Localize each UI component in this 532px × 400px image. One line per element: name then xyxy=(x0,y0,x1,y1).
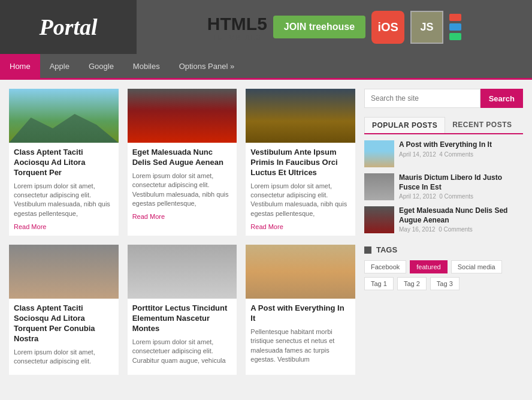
post-title: A Post with Everything In It xyxy=(250,303,350,324)
tags-icon xyxy=(364,246,371,254)
popular-post-meta: May 16, 2012 0 Comments xyxy=(399,226,523,233)
main-container: Class Aptent Taciti Aociosqu Ad Litora T… xyxy=(0,80,532,384)
popular-post-info: A Post with Everything In It April 14, 2… xyxy=(399,140,523,158)
popular-post-info: Eget Malesuada Nunc Delis Sed Augue Aene… xyxy=(399,206,523,233)
nav-item-apple[interactable]: Apple xyxy=(40,54,79,78)
post-thumbnail xyxy=(9,89,119,143)
tag-item-tag2[interactable]: Tag 2 xyxy=(397,277,427,290)
popular-post-title: A Post with Everything In It xyxy=(399,140,523,150)
post-excerpt: Lorem ipsum dolor sit amet, consectetur … xyxy=(250,182,350,219)
read-more-link[interactable]: Read More xyxy=(250,223,283,230)
nav: Home Apple Google Mobiles Options Panel … xyxy=(0,54,532,78)
sidebar: Search POPULAR POSTS RECENT POSTS A Post… xyxy=(364,89,523,375)
popular-post-info: Mauris Dictum Libero Id Justo Fusce In E… xyxy=(399,173,523,200)
tag-item-social-media[interactable]: Social media xyxy=(451,260,502,273)
post-card-body: Porttitor Lectus Tincidunt Elementum Nas… xyxy=(128,299,237,374)
post-thumbnail xyxy=(246,89,355,143)
tag-item-featured[interactable]: featured xyxy=(410,260,447,273)
popular-post-item: Eget Malesuada Nunc Delis Sed Augue Aene… xyxy=(364,206,523,233)
house-icons xyxy=(449,14,461,40)
banner-content: HTML5 TUTORIALS JOIN treehouse iOS JS xyxy=(207,11,461,44)
post-excerpt: Lorem ipsum dolor sit amet, consectetur … xyxy=(132,172,232,209)
tag-item-tag1[interactable]: Tag 1 xyxy=(364,277,394,290)
post-excerpt: Lorem ipsum dolor sit amet, consectetuer… xyxy=(132,338,232,365)
post-title: Class Aptent Taciti Aociosqu Ad Litora T… xyxy=(14,148,114,178)
read-more-link[interactable]: Read More xyxy=(14,223,46,230)
tag-item-tag3[interactable]: Tag 3 xyxy=(430,277,460,290)
read-more-link[interactable]: Read More xyxy=(132,213,165,220)
popular-post-thumbnail xyxy=(364,173,394,200)
post-excerpt: Pellentesque habitant morbi tristique se… xyxy=(250,327,350,365)
html5-text: HTML5 TUTORIALS xyxy=(207,14,267,41)
popular-post-title: Eget Malesuada Nunc Delis Sed Augue Aene… xyxy=(399,206,523,225)
search-box: Search xyxy=(364,89,523,108)
post-card-body: Class Aptent Taciti Aociosqu Ad Litora T… xyxy=(9,143,119,236)
logo-area: Portal xyxy=(0,0,137,54)
post-excerpt: Lorem ipsum dolor sit amet, consectetur … xyxy=(14,348,114,366)
post-thumbnail xyxy=(128,89,237,143)
popular-post-title: Mauris Dictum Libero Id Justo Fusce In E… xyxy=(399,173,523,192)
tag-item-facebook[interactable]: Facebook xyxy=(364,260,406,273)
post-card-body: Class Aptent Taciti Sociosqu Ad Litora T… xyxy=(9,299,119,374)
post-card: Class Aptent Taciti Aociosqu Ad Litora T… xyxy=(9,89,119,236)
popular-post-meta: April 12, 2012 0 Comments xyxy=(399,193,523,200)
post-title: Porttitor Lectus Tincidunt Elementum Nas… xyxy=(132,303,232,334)
nav-item-google[interactable]: Google xyxy=(79,54,123,78)
popular-post-thumbnail xyxy=(364,140,394,167)
post-card: Class Aptent Taciti Sociosqu Ad Litora T… xyxy=(9,245,119,374)
ios-badge: iOS xyxy=(371,11,404,44)
post-card: A Post with Everything In It Pellentesqu… xyxy=(246,245,355,374)
post-excerpt: Lorem ipsum dolor sit amet, consectetur … xyxy=(14,182,114,219)
post-card: Vestibulum Ante Ipsum Primis In Faucibus… xyxy=(246,89,355,236)
nav-item-mobiles[interactable]: Mobiles xyxy=(123,54,170,78)
popular-posts-list: A Post with Everything In It April 14, 2… xyxy=(364,140,523,233)
post-title: Eget Malesuada Nunc Delis Sed Augue Aene… xyxy=(132,148,232,168)
tags-header: TAGS xyxy=(364,245,523,254)
search-input[interactable] xyxy=(364,89,480,108)
post-thumbnail xyxy=(128,245,237,299)
post-title: Vestibulum Ante Ipsum Primis In Faucibus… xyxy=(250,148,350,178)
post-thumbnail xyxy=(246,245,355,299)
tags-list: Facebook featured Social media Tag 1 Tag… xyxy=(364,260,523,290)
popular-post-item: Mauris Dictum Libero Id Justo Fusce In E… xyxy=(364,173,523,200)
content-area: Class Aptent Taciti Aociosqu Ad Litora T… xyxy=(9,89,355,375)
join-button[interactable]: JOIN treehouse xyxy=(273,16,365,38)
popular-post-meta: April 14, 2012 4 Comments xyxy=(399,151,523,158)
post-title: Class Aptent Taciti Sociosqu Ad Litora T… xyxy=(14,303,114,344)
posts-grid: Class Aptent Taciti Aociosqu Ad Litora T… xyxy=(9,89,355,375)
search-button[interactable]: Search xyxy=(480,89,523,108)
post-card: Eget Malesuada Nunc Delis Sed Augue Aene… xyxy=(128,89,237,236)
tab-popular-posts[interactable]: POPULAR POSTS xyxy=(364,117,445,133)
nav-item-options[interactable]: Options Panel » xyxy=(170,54,244,78)
banner-area: HTML5 TUTORIALS JOIN treehouse iOS JS xyxy=(137,0,532,54)
site-logo: Portal xyxy=(39,14,97,40)
popular-post-item: A Post with Everything In It April 14, 2… xyxy=(364,140,523,167)
js-badge: JS xyxy=(410,11,443,44)
post-card-body: Eget Malesuada Nunc Delis Sed Augue Aene… xyxy=(128,143,237,225)
popular-post-thumbnail xyxy=(364,206,394,233)
post-card-body: A Post with Everything In It Pellentesqu… xyxy=(246,299,355,372)
post-card-body: Vestibulum Ante Ipsum Primis In Faucibus… xyxy=(246,143,355,236)
nav-item-home[interactable]: Home xyxy=(0,54,40,78)
post-thumbnail xyxy=(9,245,119,299)
tags-section: TAGS Facebook featured Social media Tag … xyxy=(364,245,523,290)
post-card: Porttitor Lectus Tincidunt Elementum Nas… xyxy=(128,245,237,374)
sidebar-tabs: POPULAR POSTS RECENT POSTS xyxy=(364,117,523,134)
tab-recent-posts[interactable]: RECENT POSTS xyxy=(445,117,519,133)
header: Portal HTML5 TUTORIALS JOIN treehouse iO… xyxy=(0,0,532,54)
